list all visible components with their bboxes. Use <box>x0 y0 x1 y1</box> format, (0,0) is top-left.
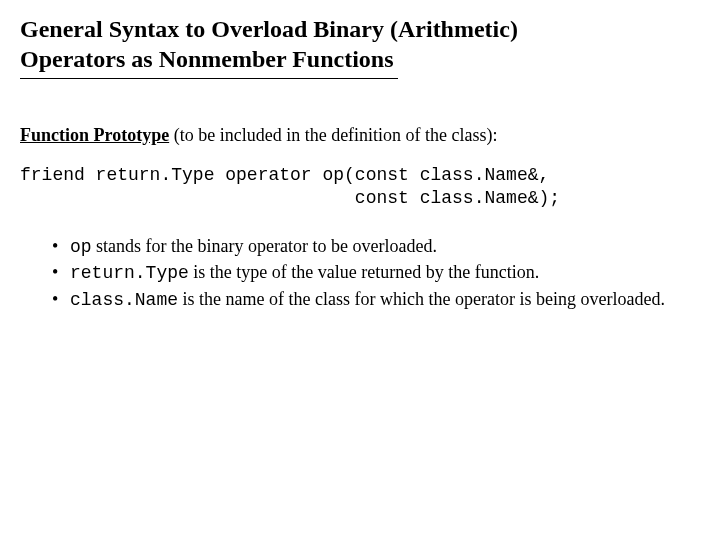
title-underline <box>20 78 398 79</box>
code-term: op <box>70 237 92 257</box>
bullet-list: op stands for the binary operator to be … <box>20 235 700 312</box>
list-item: return.Type is the type of the value ret… <box>52 261 700 285</box>
list-item-text: stands for the binary operator to be ove… <box>92 236 437 256</box>
list-item: op stands for the binary operator to be … <box>52 235 700 259</box>
subheading: Function Prototype (to be included in th… <box>20 125 700 146</box>
list-item-text: is the name of the class for which the o… <box>178 289 665 309</box>
code-line-2: const class.Name&); <box>20 188 560 208</box>
title-line-1: General Syntax to Overload Binary (Arith… <box>20 14 700 44</box>
code-block: friend return.Type operator op(const cla… <box>20 164 700 211</box>
list-item-text: is the type of the value returned by the… <box>189 262 539 282</box>
subheading-label: Function Prototype <box>20 125 169 145</box>
subheading-rest: (to be included in the definition of the… <box>169 125 497 145</box>
code-term: return.Type <box>70 263 189 283</box>
page-title: General Syntax to Overload Binary (Arith… <box>20 14 700 74</box>
code-term: class.Name <box>70 290 178 310</box>
list-item: class.Name is the name of the class for … <box>52 288 700 312</box>
code-line-1: friend return.Type operator op(const cla… <box>20 165 549 185</box>
title-line-2: Operators as Nonmember Functions <box>20 44 700 74</box>
